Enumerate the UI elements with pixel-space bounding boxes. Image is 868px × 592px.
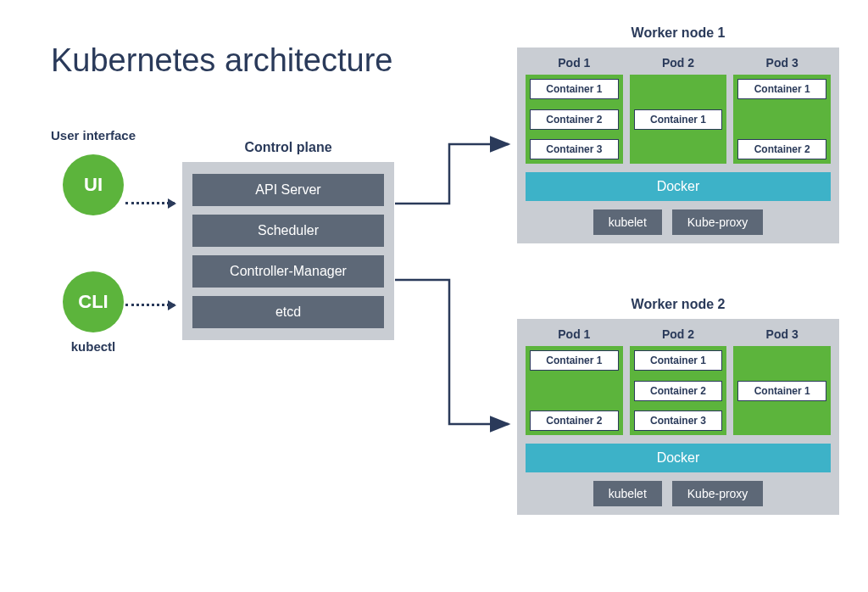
worker-node-1: Worker node 1 Pod 1 Container 1 Containe… (517, 25, 839, 243)
pod-label: Pod 2 (630, 327, 727, 341)
cp-etcd: etcd (192, 296, 384, 328)
container-item: Container 1 (634, 350, 723, 371)
worker-2-docker: Docker (526, 444, 831, 472)
control-plane-section: Control plane API Server Scheduler Contr… (182, 140, 394, 340)
pod-body: Container 1 Container 2 Container 3 (526, 75, 623, 164)
container-item: Container 3 (634, 410, 723, 431)
worker-2-pod-2: Pod 2 Container 1 Container 2 Container … (630, 327, 727, 435)
worker-2-kubelet: kubelet (593, 481, 662, 506)
pod-label: Pod 1 (526, 56, 623, 70)
container-item: Container 2 (634, 381, 723, 401)
container-item: Container 1 (737, 79, 826, 99)
cli-circle: CLI (63, 271, 124, 332)
cp-controller-manager: Controller-Manager (192, 255, 384, 288)
worker-2-pod-3: Pod 3 Container 1 (733, 327, 831, 435)
container-item: Container 3 (530, 139, 619, 159)
container-item: Container 2 (530, 410, 619, 431)
cp-api-server: API Server (192, 174, 384, 206)
pod-body: Container 1 Container 2 Container 3 (630, 346, 727, 435)
worker-1-box: Pod 1 Container 1 Container 2 Container … (517, 47, 839, 243)
worker-2-box: Pod 1 Container 1 Container 2 Pod 2 Cont… (517, 319, 839, 515)
pod-label: Pod 3 (733, 327, 831, 341)
worker-1-pod-1: Pod 1 Container 1 Container 2 Container … (526, 56, 623, 164)
worker-2-agents: kubelet Kube-proxy (526, 481, 831, 506)
pod-label: Pod 3 (733, 56, 831, 70)
pod-body: Container 1 (630, 75, 727, 164)
diagram-title: Kubernetes architecture (51, 42, 392, 79)
cp-scheduler: Scheduler (192, 215, 384, 247)
ui-circle: UI (63, 154, 124, 215)
worker-1-kubelet: kubelet (593, 209, 662, 235)
arrow-ui-to-control-plane (125, 202, 175, 204)
control-plane-heading: Control plane (182, 140, 394, 155)
cli-sublabel: kubectl (51, 339, 136, 354)
worker-2-pods-row: Pod 1 Container 1 Container 2 Pod 2 Cont… (526, 327, 831, 435)
pod-body: Container 1 (733, 346, 831, 435)
worker-node-2: Worker node 2 Pod 1 Container 1 Containe… (517, 297, 839, 515)
container-item: Container 2 (530, 109, 619, 130)
worker-1-pod-2: Pod 2 Container 1 (630, 56, 727, 164)
cli-section: CLI kubectl (51, 271, 136, 354)
worker-1-pods-row: Pod 1 Container 1 Container 2 Container … (526, 56, 831, 164)
container-item: Container 1 (530, 350, 619, 371)
user-interface-heading: User interface (51, 127, 136, 144)
container-item: Container 1 (737, 381, 826, 401)
container-item: Container 1 (634, 109, 723, 130)
worker-1-heading: Worker node 1 (517, 25, 839, 41)
worker-2-pod-1: Pod 1 Container 1 Container 2 (526, 327, 623, 435)
worker-1-kube-proxy: Kube-proxy (672, 209, 764, 235)
pod-body: Container 1 Container 2 (526, 346, 623, 435)
worker-1-docker: Docker (526, 172, 831, 201)
worker-2-heading: Worker node 2 (517, 297, 839, 312)
user-interface-section: User interface UI (51, 127, 136, 222)
control-plane-box: API Server Scheduler Controller-Manager … (182, 162, 394, 340)
arrow-cli-to-control-plane (125, 304, 175, 306)
container-item: Container 2 (737, 139, 826, 159)
container-item: Container 1 (530, 79, 619, 99)
pod-body: Container 1 Container 2 (733, 75, 831, 164)
pod-label: Pod 1 (526, 327, 623, 341)
worker-1-agents: kubelet Kube-proxy (526, 209, 831, 235)
pod-label: Pod 2 (630, 56, 727, 70)
worker-1-pod-3: Pod 3 Container 1 Container 2 (733, 56, 831, 164)
worker-2-kube-proxy: Kube-proxy (672, 481, 764, 506)
